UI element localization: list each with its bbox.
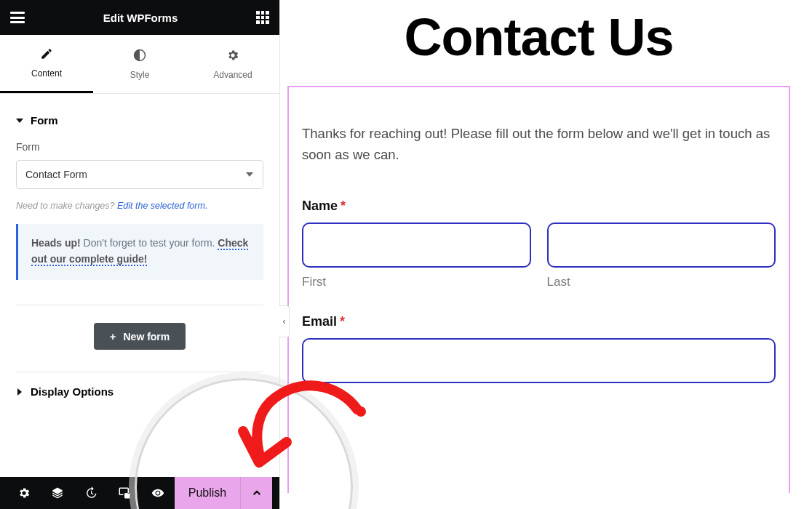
notice-text: Don't forget to test your form. — [81, 237, 218, 249]
publish-button[interactable]: Publish — [175, 477, 240, 509]
preview-eye-icon[interactable] — [141, 477, 175, 509]
collapse-panel-button[interactable]: ‹ — [279, 305, 290, 337]
heads-up-notice: Heads up! Don't forget to test your form… — [16, 224, 263, 280]
name-label: Name* — [302, 199, 776, 214]
last-sublabel: Last — [547, 275, 776, 289]
form-select[interactable]: Contact Form — [16, 160, 263, 189]
hamburger-icon[interactable] — [10, 12, 25, 23]
hint-text: Need to make changes? — [16, 201, 117, 211]
label-text: Email — [302, 314, 337, 329]
notice-strong: Heads up! — [31, 237, 81, 249]
publish-options-button[interactable] — [240, 477, 272, 509]
form-intro: Thanks for reaching out! Please fill out… — [302, 124, 776, 165]
required-mark: * — [340, 314, 345, 329]
email-input[interactable] — [302, 338, 776, 383]
caret-down-icon — [16, 119, 23, 123]
page-preview: Contact Us Thanks for reaching out! Plea… — [280, 0, 812, 509]
panel-tabs: Content Style Advanced — [0, 35, 279, 94]
tab-style[interactable]: Style — [93, 35, 186, 93]
email-label: Email* — [302, 314, 776, 329]
sidebar-footer: Publish — [0, 477, 279, 509]
tab-label: Style — [130, 70, 150, 80]
tab-content[interactable]: Content — [0, 35, 93, 93]
section-display-options[interactable]: Display Options — [16, 372, 263, 411]
plus-icon: + — [110, 330, 116, 342]
apps-grid-icon[interactable] — [256, 11, 269, 24]
editor-sidebar: Edit WPForms Content Style Advanced Form — [0, 0, 280, 509]
new-form-button[interactable]: + New form — [94, 323, 186, 350]
tab-label: Content — [31, 68, 62, 79]
sidebar-header: Edit WPForms — [0, 0, 279, 35]
required-mark: * — [341, 199, 346, 213]
tab-advanced[interactable]: Advanced — [186, 35, 279, 93]
tab-label: Advanced — [213, 70, 252, 80]
form-field-label: Form — [16, 141, 263, 153]
first-sublabel: First — [302, 275, 531, 289]
section-label: Form — [31, 114, 58, 127]
settings-icon[interactable] — [7, 477, 41, 509]
history-icon[interactable] — [74, 477, 108, 509]
label-text: Name — [302, 199, 338, 213]
contrast-icon — [133, 49, 146, 64]
caret-right-icon — [17, 388, 22, 396]
last-name-input[interactable] — [547, 223, 776, 268]
publish-label: Publish — [188, 486, 226, 500]
panel-title: Edit WPForms — [103, 12, 178, 24]
field-email: Email* — [302, 314, 776, 383]
form-select-input[interactable]: Contact Form — [16, 160, 263, 189]
page-title: Contact Us — [287, 0, 790, 86]
navigator-icon[interactable] — [41, 477, 74, 509]
form-container-selected[interactable]: Thanks for reaching out! Please fill out… — [287, 86, 790, 493]
section-form[interactable]: Form — [16, 107, 263, 141]
edit-form-hint: Need to make changes? Edit the selected … — [16, 201, 263, 211]
edit-form-link[interactable]: Edit the selected form. — [117, 201, 207, 211]
gear-icon — [226, 49, 239, 64]
panel-body: Form Form Contact Form Need to make chan… — [0, 94, 279, 477]
button-label: New form — [123, 331, 170, 342]
section-label: Display Options — [31, 385, 114, 398]
first-name-input[interactable] — [302, 223, 531, 268]
pencil-icon — [40, 47, 53, 63]
field-name: Name* First Last — [302, 199, 776, 289]
responsive-icon[interactable] — [108, 477, 141, 509]
